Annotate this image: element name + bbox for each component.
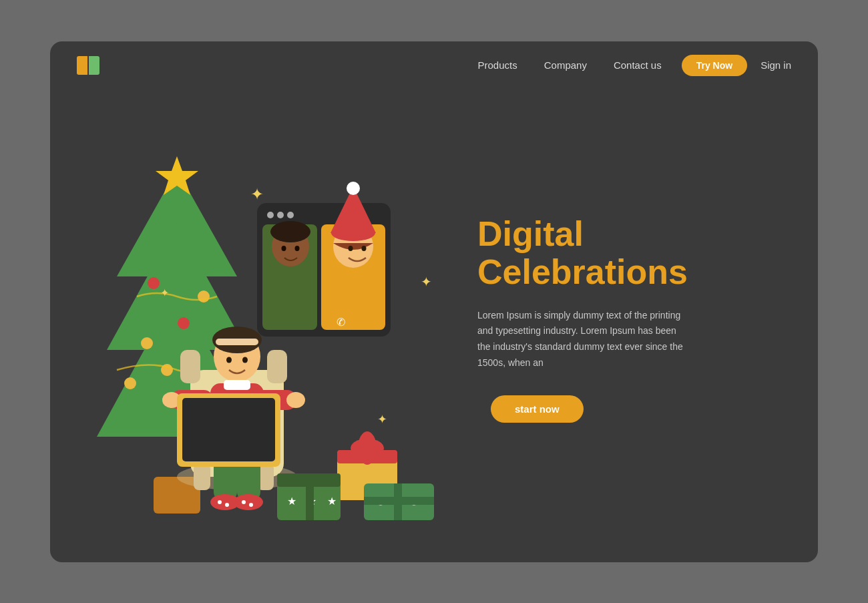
svg-point-44 [287,212,294,218]
svg-point-43 [277,212,284,218]
svg-point-48 [282,246,286,251]
svg-text:★: ★ [327,495,337,507]
illustration-area: ✆ ★ ★ ★ [50,89,464,562]
hero-heading: Digital Celebrations [477,215,785,291]
hero-description: Lorem Ipsum is simply dummy text of the … [477,308,691,371]
svg-point-37 [242,500,246,504]
svg-point-35 [218,500,222,504]
svg-point-25 [242,357,248,363]
svg-point-62 [358,431,377,465]
start-now-button[interactable]: start now [491,395,584,423]
svg-rect-17 [267,350,287,383]
svg-text:✦: ✦ [250,185,264,203]
svg-rect-18 [194,463,210,490]
svg-point-7 [178,317,190,329]
try-now-button[interactable]: Try Now [682,55,747,76]
svg-point-56 [362,246,367,251]
svg-point-42 [267,212,274,218]
svg-text:✦: ✦ [377,413,387,426]
svg-text:✦: ✦ [421,274,432,289]
nav-links: Products Company Contact us [478,59,662,71]
nav-products[interactable]: Products [478,59,517,71]
svg-point-30 [286,392,305,408]
svg-point-8 [141,337,153,349]
main-content: ✆ ★ ★ ★ [50,89,818,562]
svg-point-47 [270,221,310,242]
svg-rect-16 [180,350,200,383]
svg-point-12 [124,377,136,389]
svg-point-55 [349,246,353,251]
svg-point-54 [347,182,360,195]
svg-point-36 [225,503,229,507]
svg-point-49 [295,246,300,251]
svg-point-38 [249,503,253,507]
svg-point-34 [234,494,263,510]
svg-rect-40 [182,398,275,461]
sign-in-button[interactable]: Sign in [761,59,791,71]
svg-rect-26 [224,380,250,390]
logo[interactable] [77,56,101,75]
svg-point-5 [148,277,160,289]
svg-text:✦: ✦ [160,287,169,298]
svg-point-24 [226,357,232,363]
illustration-svg: ✆ ★ ★ ★ [50,89,464,562]
svg-rect-76 [364,497,434,505]
navigation: Products Company Contact us Try Now Sign… [50,41,818,89]
svg-point-6 [198,290,210,303]
svg-text:★: ★ [287,495,296,507]
nav-contact[interactable]: Contact us [614,59,662,71]
main-card: Products Company Contact us Try Now Sign… [50,41,818,562]
svg-text:✆: ✆ [337,317,345,328]
svg-rect-23 [216,339,258,345]
text-area: Digital Celebrations Lorem Ipsum is simp… [464,89,818,562]
nav-company[interactable]: Company [544,59,587,71]
svg-rect-69 [306,473,314,520]
